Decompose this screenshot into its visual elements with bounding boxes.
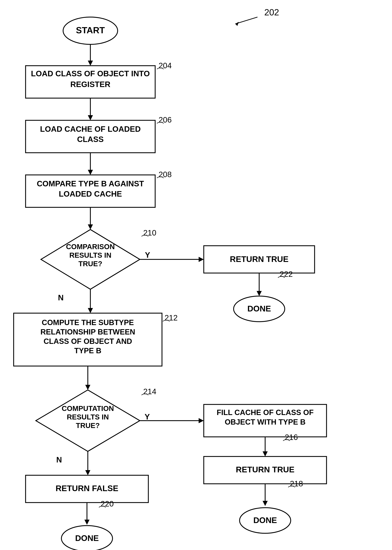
- ref-214: 214: [143, 387, 156, 396]
- step206-line2: CLASS: [77, 135, 104, 144]
- step208-line1: COMPARE TYPE B AGAINST: [37, 179, 144, 188]
- step216-line2: OBJECT WITH TYPE B: [225, 418, 306, 426]
- ref-210: 210: [143, 228, 156, 237]
- ref-206: 206: [159, 115, 172, 124]
- ref-220: 220: [101, 499, 114, 508]
- svg-marker-1: [235, 22, 239, 26]
- y-label-214: Y: [145, 412, 150, 421]
- svg-marker-10: [88, 170, 93, 175]
- decision214-line3: TRUE?: [76, 421, 100, 429]
- svg-marker-28: [199, 418, 204, 423]
- svg-marker-16: [199, 257, 204, 262]
- n-label-214: N: [56, 455, 62, 464]
- flowchart-container: 202 START LOAD CLASS OF OBJECT INTO REGI…: [0, 0, 392, 550]
- step204-line2: REGISTER: [70, 80, 110, 89]
- ref-202-label: 202: [264, 7, 279, 17]
- done-top-label: DONE: [247, 304, 271, 313]
- step216-line1: FILL CACHE OF CLASS OF: [217, 408, 314, 417]
- svg-marker-14: [41, 229, 140, 289]
- step212-line2: RELATIONSHIP BETWEEN: [40, 328, 135, 336]
- step218-label: RETURN TRUE: [236, 465, 294, 474]
- svg-marker-7: [88, 115, 93, 120]
- n-label-210: N: [58, 293, 63, 302]
- svg-marker-34: [263, 501, 268, 506]
- decision214-line2: RESULTS IN: [67, 413, 109, 421]
- svg-marker-4: [88, 61, 93, 66]
- decision210-line2: RESULTS IN: [70, 251, 112, 259]
- svg-marker-40: [84, 520, 90, 525]
- done-right-label: DONE: [253, 516, 277, 525]
- ref-216: 216: [285, 433, 298, 442]
- y-label-210: Y: [145, 250, 150, 259]
- step208-line2: LOADED CACHE: [59, 189, 122, 198]
- ref-222: 222: [280, 270, 293, 279]
- svg-marker-19: [257, 291, 262, 296]
- step204-line1: LOAD CLASS OF OBJECT INTO: [31, 69, 150, 78]
- decision210-line1: COMPARISON: [66, 243, 115, 251]
- svg-marker-37: [85, 470, 90, 475]
- svg-marker-25: [85, 385, 90, 390]
- step212-line1: COMPUTE THE SUBTYPE: [42, 318, 134, 327]
- step220-label: RETURN FALSE: [56, 484, 118, 493]
- start-label: START: [76, 25, 105, 35]
- svg-marker-31: [263, 451, 268, 457]
- step206-line1: LOAD CACHE OF LOADED: [40, 125, 141, 133]
- svg-marker-13: [88, 224, 93, 229]
- ref-208: 208: [159, 170, 172, 179]
- step212-line4: TYPE B: [74, 346, 101, 355]
- step212-line3: CLASS OF OBJECT AND: [43, 337, 132, 345]
- decision214-line1: COMPUTATION: [62, 404, 114, 413]
- ref-212: 212: [165, 313, 178, 322]
- ref-218: 218: [290, 479, 303, 488]
- svg-line-0: [235, 17, 258, 24]
- done-bottom-label: DONE: [75, 534, 99, 543]
- decision210-line3: TRUE?: [78, 260, 102, 268]
- svg-marker-22: [88, 308, 93, 313]
- ref-204: 204: [159, 61, 172, 70]
- step222-label: RETURN TRUE: [230, 255, 288, 264]
